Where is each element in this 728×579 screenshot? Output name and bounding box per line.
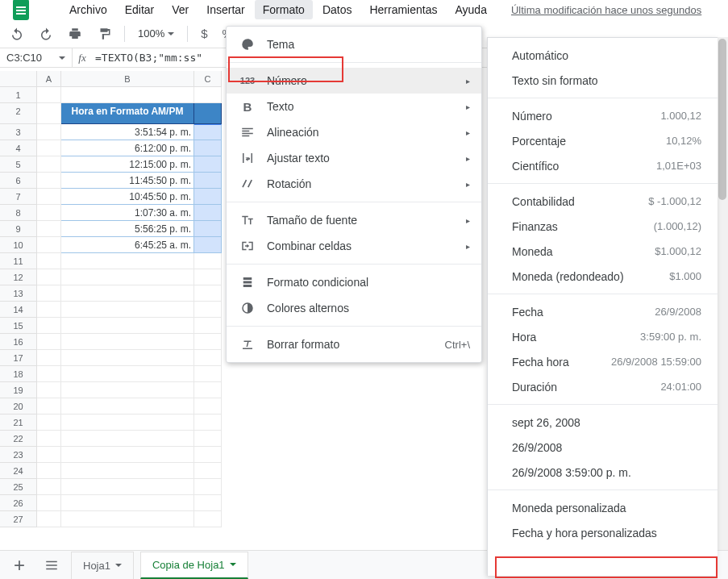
cell-A25[interactable] [37, 479, 61, 495]
cell-C2[interactable] [194, 103, 222, 124]
row-header-6[interactable]: 6 [0, 173, 37, 189]
menu-item-align[interactable]: Alineación▸ [227, 119, 481, 145]
row-header-3[interactable]: 3 [0, 124, 37, 140]
cell-B8[interactable]: 1:07:30 a. m. [61, 205, 194, 221]
cell-A26[interactable] [37, 495, 61, 511]
cell-A15[interactable] [37, 318, 61, 334]
numfmt-custom-currency[interactable]: Moneda personalizada [488, 495, 718, 520]
row-header-9[interactable]: 9 [0, 221, 37, 237]
cell-B9[interactable]: 5:56:25 p. m. [61, 221, 194, 237]
col-header-C[interactable]: C [194, 71, 222, 87]
cell-A6[interactable] [37, 173, 61, 189]
cell-B10[interactable]: 6:45:25 a. m. [61, 237, 194, 253]
cell-B18[interactable] [61, 366, 194, 382]
cell-B14[interactable] [61, 302, 194, 318]
row-header-7[interactable]: 7 [0, 189, 37, 205]
cell-C21[interactable] [194, 414, 222, 431]
cell-C7[interactable] [194, 189, 222, 205]
cell-C18[interactable] [194, 366, 222, 382]
scrollbar-thumb[interactable] [718, 39, 726, 200]
row-header-13[interactable]: 13 [0, 285, 37, 302]
scrollbar-vertical[interactable] [717, 37, 728, 576]
cell-B11[interactable] [61, 253, 194, 269]
cell-A18[interactable] [37, 366, 61, 382]
add-sheet-button[interactable]: + [6, 552, 32, 578]
cell-B26[interactable] [61, 495, 194, 511]
cell-C8[interactable] [194, 205, 222, 221]
sheet-tab-copia[interactable]: Copia de Hoja1 [140, 552, 248, 579]
cell-B25[interactable] [61, 479, 194, 495]
cell-B3[interactable]: 3:51:54 p. m. [61, 124, 194, 140]
numfmt-datetime[interactable]: Fecha hora26/9/2008 15:59:00 [488, 349, 718, 374]
paint-format-button[interactable] [92, 22, 116, 46]
numfmt-time[interactable]: Hora3:59:00 p. m. [488, 324, 718, 349]
cell-C26[interactable] [194, 495, 222, 511]
row-header-1[interactable]: 1 [0, 87, 37, 103]
row-header-11[interactable]: 11 [0, 253, 37, 269]
redo-button[interactable] [34, 22, 58, 46]
cell-A1[interactable] [37, 87, 61, 103]
cell-B22[interactable] [61, 431, 194, 447]
menu-format[interactable]: Formato [255, 0, 313, 19]
cell-B19[interactable] [61, 382, 194, 398]
row-header-12[interactable]: 12 [0, 269, 37, 285]
menu-item-altcolors[interactable]: Colores alternos [227, 295, 481, 321]
cell-A22[interactable] [37, 431, 61, 447]
menu-item-merge[interactable]: Combinar celdas▸ [227, 233, 481, 259]
cell-A5[interactable] [37, 156, 61, 173]
cell-C15[interactable] [194, 318, 222, 334]
cell-C9[interactable] [194, 221, 222, 237]
cell-C25[interactable] [194, 479, 222, 495]
cell-B12[interactable] [61, 269, 194, 285]
cell-C23[interactable] [194, 447, 222, 463]
cell-C22[interactable] [194, 431, 222, 447]
menu-item-clearformat[interactable]: Borrar formatoCtrl+\ [227, 331, 481, 357]
numfmt-ex3[interactable]: 26/9/2008 3:59:00 p. m. [488, 460, 718, 485]
cell-C27[interactable] [194, 511, 222, 527]
row-header-10[interactable]: 10 [0, 237, 37, 253]
row-header-2[interactable]: 2 [0, 103, 37, 124]
numfmt-sci[interactable]: Científico1,01E+03 [488, 153, 718, 178]
cell-A13[interactable] [37, 285, 61, 302]
menu-item-wrap[interactable]: Ajustar texto▸ [227, 145, 481, 171]
numfmt-currency[interactable]: Moneda$1.000,12 [488, 239, 718, 264]
row-header-15[interactable]: 15 [0, 318, 37, 334]
cell-A2[interactable] [37, 103, 61, 124]
cells-area[interactable]: Hora en Formato AM/PM3:51:54 p. m.6:12:0… [37, 87, 222, 527]
cell-B13[interactable] [61, 285, 194, 302]
menu-file[interactable]: Archivo [61, 0, 115, 19]
row-header-4[interactable]: 4 [0, 140, 37, 156]
row-header-22[interactable]: 22 [0, 431, 37, 447]
cell-A7[interactable] [37, 189, 61, 205]
all-sheets-button[interactable] [39, 552, 64, 578]
cell-A24[interactable] [37, 463, 61, 479]
cell-B7[interactable]: 10:45:50 p. m. [61, 189, 194, 205]
row-header-21[interactable]: 21 [0, 414, 37, 431]
menu-tools[interactable]: Herramientas [361, 0, 445, 19]
cell-A8[interactable] [37, 205, 61, 221]
cell-C14[interactable] [194, 302, 222, 318]
row-header-8[interactable]: 8 [0, 205, 37, 221]
numfmt-custom-datetime[interactable]: Fecha y hora personalizadas [488, 520, 718, 545]
cell-C3[interactable] [194, 124, 222, 140]
row-header-27[interactable]: 27 [0, 511, 37, 527]
menu-insert[interactable]: Insertar [198, 0, 252, 19]
menu-item-fontsize[interactable]: Tamaño de fuente▸ [227, 207, 481, 233]
cell-C24[interactable] [194, 463, 222, 479]
format-currency-button[interactable]: $ [196, 22, 212, 46]
cell-C4[interactable] [194, 140, 222, 156]
cell-C11[interactable] [194, 253, 222, 269]
menu-item-theme[interactable]: Tema [227, 31, 481, 57]
cell-B16[interactable] [61, 334, 194, 350]
cell-A11[interactable] [37, 253, 61, 269]
cell-B2[interactable]: Hora en Formato AM/PM [61, 103, 194, 124]
row-header-20[interactable]: 20 [0, 398, 37, 414]
cell-C6[interactable] [194, 173, 222, 189]
row-header-18[interactable]: 18 [0, 366, 37, 382]
col-header-A[interactable]: A [37, 71, 61, 87]
cell-B6[interactable]: 11:45:50 p. m. [61, 173, 194, 189]
cell-A27[interactable] [37, 511, 61, 527]
cell-A23[interactable] [37, 447, 61, 463]
cell-A9[interactable] [37, 221, 61, 237]
numfmt-auto[interactable]: Automático [488, 43, 718, 68]
